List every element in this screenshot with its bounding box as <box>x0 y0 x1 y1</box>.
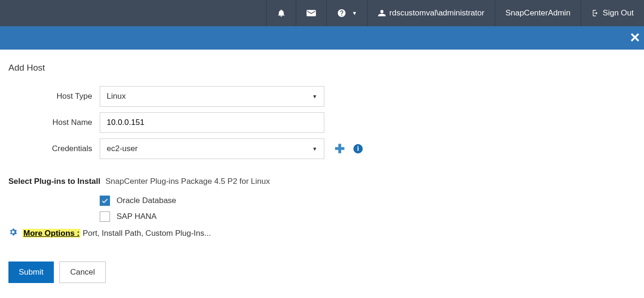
signout-icon <box>592 9 599 17</box>
user-label: rdscustomval\administrator <box>389 8 484 18</box>
plugin-checkbox-saphana[interactable] <box>100 211 110 222</box>
host-type-label: Host Type <box>8 92 100 101</box>
help-icon <box>337 8 346 18</box>
info-icon[interactable]: i <box>353 144 363 153</box>
plugins-header: Select Plug-ins to Install SnapCenter Pl… <box>8 177 636 186</box>
signout-button[interactable]: Sign Out <box>581 0 644 26</box>
gear-icon <box>8 227 18 239</box>
close-icon[interactable]: ✕ <box>629 31 640 44</box>
caret-down-icon: ▼ <box>312 146 317 152</box>
signout-label: Sign Out <box>603 8 634 18</box>
add-credential-button[interactable]: ✚ <box>335 142 345 156</box>
plugin-row-oracle: Oracle Database <box>100 196 636 206</box>
plugins-section: Select Plug-ins to Install SnapCenter Pl… <box>8 177 636 239</box>
plugins-header-package: SnapCenter Plug-ins Package 4.5 P2 for L… <box>105 177 270 186</box>
content: Add Host Host Type Linux ▼ Host Name Cre… <box>0 50 644 292</box>
plugins-header-strong: Select Plug-ins to Install <box>8 177 100 186</box>
top-bar: ▼ rdscustomval\administrator SnapCenterA… <box>0 0 644 26</box>
host-name-label: Host Name <box>8 118 100 127</box>
plugin-label-oracle: Oracle Database <box>117 196 176 205</box>
host-type-row: Host Type Linux ▼ <box>8 86 636 107</box>
more-options-row: More Options : Port, Install Path, Custo… <box>8 227 636 239</box>
submit-button[interactable]: Submit <box>8 262 54 283</box>
host-type-select[interactable]: Linux ▼ <box>100 86 324 107</box>
host-name-input[interactable] <box>100 112 324 133</box>
host-name-row: Host Name <box>8 112 636 133</box>
bell-icon <box>277 9 285 17</box>
user-icon <box>378 9 386 17</box>
credentials-label: Credentials <box>8 144 100 153</box>
caret-down-icon: ▼ <box>312 94 317 99</box>
credentials-row: Credentials ec2-user ▼ ✚ i <box>8 138 636 159</box>
host-type-value: Linux <box>107 92 126 101</box>
role-label: SnapCenterAdmin <box>505 8 571 18</box>
button-bar: Submit Cancel <box>8 262 636 283</box>
notifications-button[interactable] <box>266 0 296 26</box>
role-label-container[interactable]: SnapCenterAdmin <box>495 0 581 26</box>
sub-header: ✕ <box>0 26 644 50</box>
page-title: Add Host <box>8 63 636 73</box>
credentials-extras: ✚ i <box>335 142 363 156</box>
cancel-button[interactable]: Cancel <box>59 262 106 283</box>
caret-down-icon: ▼ <box>352 10 357 16</box>
more-options-text: Port, Install Path, Custom Plug-Ins... <box>80 229 211 238</box>
more-options-link[interactable]: More Options : <box>22 229 80 238</box>
messages-button[interactable] <box>296 0 326 26</box>
plugin-label-saphana: SAP HANA <box>117 212 157 221</box>
plugin-row-saphana: SAP HANA <box>100 211 636 222</box>
help-button[interactable]: ▼ <box>326 0 367 26</box>
credentials-value: ec2-user <box>107 144 138 153</box>
plugin-checkbox-oracle[interactable] <box>100 196 110 206</box>
user-menu[interactable]: rdscustomval\administrator <box>367 0 495 26</box>
credentials-select[interactable]: ec2-user ▼ <box>100 138 324 159</box>
mail-icon <box>307 10 316 16</box>
